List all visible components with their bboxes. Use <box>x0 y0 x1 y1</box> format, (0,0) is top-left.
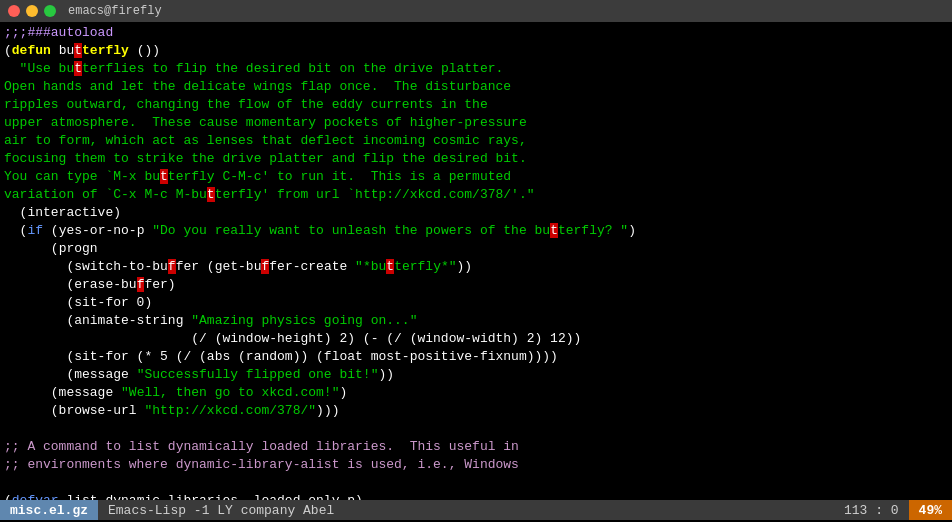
code-line: (animate-string "Amazing physics going o… <box>4 312 948 330</box>
code-line: (erase-buffer) <box>4 276 948 294</box>
code-line: (switch-to-buffer (get-buffer-create "*b… <box>4 258 948 276</box>
code-line: (browse-url "http://xkcd.com/378/"))) <box>4 402 948 420</box>
titlebar: emacs@firefly <box>0 0 952 22</box>
code-line: (sit-for 0) <box>4 294 948 312</box>
code-line: (message "Well, then go to xkcd.com!") <box>4 384 948 402</box>
code-line: variation of `C-x M-c M-butterfly' from … <box>4 186 948 204</box>
close-button[interactable] <box>8 5 20 17</box>
editor-area[interactable]: ;;;###autoload (defun butterfly ()) "Use… <box>0 22 952 500</box>
code-line: upper atmosphere. These cause momentary … <box>4 114 948 132</box>
code-line: (interactive) <box>4 204 948 222</box>
code-line: (sit-for (* 5 (/ (abs (random)) (float m… <box>4 348 948 366</box>
code-line <box>4 474 948 492</box>
code-line: (message "Successfully flipped one bit!"… <box>4 366 948 384</box>
code-line: (if (yes-or-no-p "Do you really want to … <box>4 222 948 240</box>
modeline-filename: misc.el.gz <box>0 500 98 520</box>
code-line: (defvar list-dynamic-libraries--loaded-o… <box>4 492 948 500</box>
modeline: misc.el.gz Emacs-Lisp -1 LY company Abel… <box>0 500 952 520</box>
code-line: (/ (window-height) 2) (- (/ (window-widt… <box>4 330 948 348</box>
code-line: "Use butterflies to flip the desired bit… <box>4 60 948 78</box>
code-line: You can type `M-x butterfly C-M-c' to ru… <box>4 168 948 186</box>
minimize-button[interactable] <box>26 5 38 17</box>
code-line: focusing them to strike the drive platte… <box>4 150 948 168</box>
code-line: ripples outward, changing the flow of th… <box>4 96 948 114</box>
code-line: (defun butterfly ()) <box>4 42 948 60</box>
code-line: ;; A command to list dynamically loaded … <box>4 438 948 456</box>
window-title: emacs@firefly <box>68 4 162 18</box>
modeline-percent: 49% <box>909 500 952 520</box>
code-line: ;;;###autoload <box>4 24 948 42</box>
modeline-position: 113 : 0 <box>834 500 909 520</box>
modeline-mode: Emacs-Lisp -1 LY company Abel <box>98 500 834 520</box>
code-line <box>4 420 948 438</box>
code-line: air to form, which act as lenses that de… <box>4 132 948 150</box>
maximize-button[interactable] <box>44 5 56 17</box>
code-line: ;; environments where dynamic-library-al… <box>4 456 948 474</box>
code-line: (progn <box>4 240 948 258</box>
code-line: Open hands and let the delicate wings fl… <box>4 78 948 96</box>
